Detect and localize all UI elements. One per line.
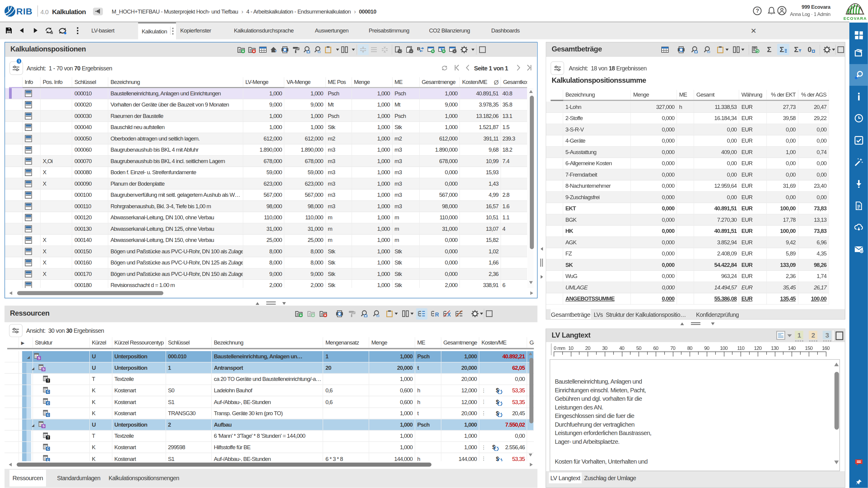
svg-text:Σ: Σ bbox=[780, 46, 784, 53]
svg-text:?: ? bbox=[756, 8, 759, 14]
svg-text:C: C bbox=[46, 447, 49, 451]
svg-text:0: 0 bbox=[808, 46, 812, 53]
svg-text:C: C bbox=[46, 390, 49, 394]
svg-text:C: C bbox=[46, 413, 49, 417]
svg-text:C: C bbox=[46, 459, 49, 461]
svg-text:R: R bbox=[435, 312, 439, 317]
svg-text:T: T bbox=[47, 379, 49, 383]
svg-text:T: T bbox=[47, 436, 49, 439]
svg-text:Σ: Σ bbox=[794, 46, 799, 53]
svg-text:B: B bbox=[417, 46, 420, 51]
svg-text:ECOVARA: ECOVARA bbox=[843, 16, 867, 21]
svg-text:Σ: Σ bbox=[767, 46, 772, 53]
svg-text:C: C bbox=[46, 402, 49, 405]
